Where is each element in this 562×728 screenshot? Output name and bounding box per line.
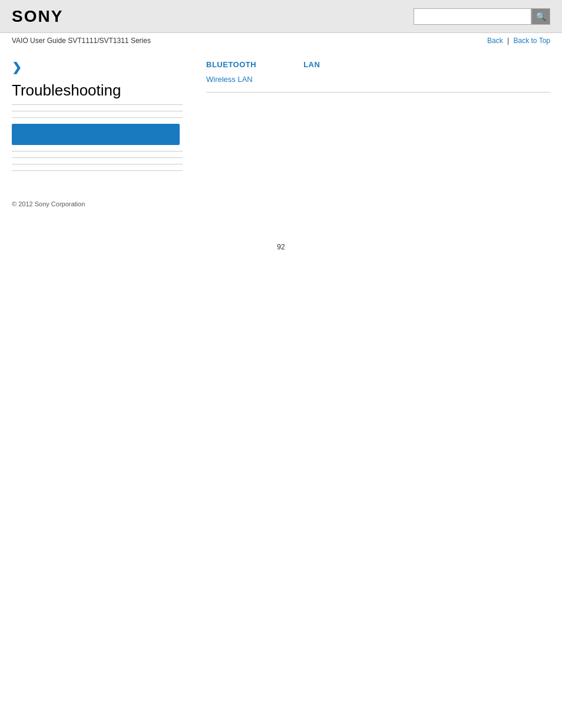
sidebar-divider-3 [12,151,183,151]
main-content: ❯ Troubleshooting BLUETOOTH LAN Wireless… [0,48,562,189]
back-to-top-link[interactable]: Back to Top [514,37,550,45]
guide-title: VAIO User Guide SVT1111/SVT1311 Series [12,37,151,45]
nav-links: Back | Back to Top [487,37,550,45]
wireless-lan-link[interactable]: Wireless LAN [206,75,253,84]
copyright-text: © 2012 Sony Corporation [12,200,85,207]
sidebar-divider-6 [12,170,183,171]
page-number: 92 [0,243,562,251]
content-area: BLUETOOTH LAN Wireless LAN [194,60,550,177]
sidebar-highlight-block [12,124,180,145]
content-divider [206,92,550,93]
lan-link[interactable]: LAN [303,60,320,69]
search-area: 🔍 [414,8,550,25]
sony-logo: SONY [12,7,63,26]
search-input[interactable] [414,8,531,25]
page-header: SONY 🔍 [0,0,562,33]
bluetooth-link[interactable]: BLUETOOTH [206,60,256,69]
back-link[interactable]: Back [487,37,503,45]
content-links-row-2: Wireless LAN [206,75,550,84]
footer: © 2012 Sony Corporation [0,189,562,219]
sidebar-arrow-icon: ❯ [12,60,183,74]
search-button[interactable]: 🔍 [531,8,550,25]
content-links-row-1: BLUETOOTH LAN [206,60,550,69]
nav-separator: | [507,37,509,45]
sidebar-divider-4 [12,157,183,158]
sidebar-divider-5 [12,164,183,164]
nav-bar: VAIO User Guide SVT1111/SVT1311 Series B… [0,33,562,48]
sidebar-divider-1 [12,111,183,111]
search-icon: 🔍 [536,12,546,21]
sidebar-divider-2 [12,117,183,118]
sidebar-section-title: Troubleshooting [12,81,183,105]
sidebar: ❯ Troubleshooting [12,60,194,177]
